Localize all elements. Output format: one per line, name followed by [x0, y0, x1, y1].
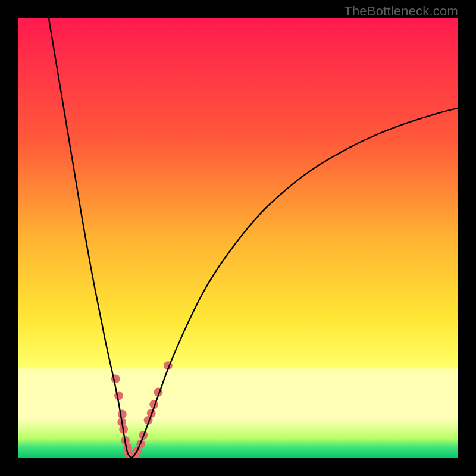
highlight-dot — [118, 410, 127, 419]
right-branch-line — [131, 108, 458, 458]
watermark-text: TheBottleneck.com — [344, 4, 458, 19]
plot-area — [18, 18, 458, 458]
chart-frame: TheBottleneck.com — [0, 0, 476, 476]
curve-layer — [18, 18, 458, 458]
highlight-dot — [114, 392, 123, 400]
